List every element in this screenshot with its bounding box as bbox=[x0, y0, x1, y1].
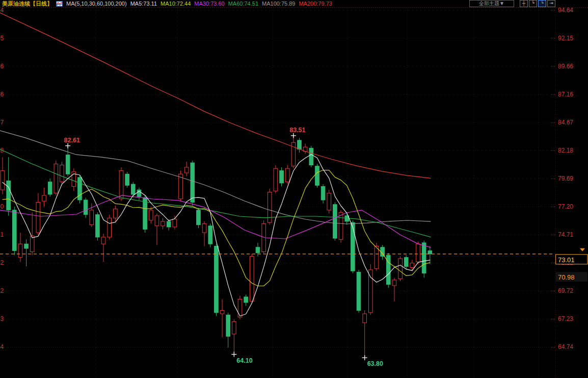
svg-text:82.61: 82.61 bbox=[64, 137, 80, 144]
svg-text:92.15: 92.15 bbox=[558, 35, 573, 42]
svg-text:64.10: 64.10 bbox=[236, 357, 252, 364]
svg-text:0: 0 bbox=[1, 203, 4, 210]
left-scale-icon[interactable]: ┕ bbox=[529, 0, 537, 7]
svg-text:3: 3 bbox=[1, 315, 4, 322]
svg-text:84.67: 84.67 bbox=[558, 119, 573, 126]
right-scale-icon[interactable]: ┕ bbox=[538, 0, 546, 7]
pan-icon[interactable]: ┼ bbox=[520, 0, 528, 7]
svg-text:70.98: 70.98 bbox=[558, 273, 575, 281]
svg-text:94.64: 94.64 bbox=[558, 7, 573, 14]
svg-text:63.80: 63.80 bbox=[367, 360, 383, 367]
chart-header: 美原油连续【日线】 MA(5,10,30,60,100,200) MA5:73.… bbox=[0, 0, 588, 7]
exit-icon[interactable]: ⇥ bbox=[547, 0, 555, 7]
svg-text:69.72: 69.72 bbox=[558, 287, 573, 294]
svg-text:6: 6 bbox=[1, 91, 4, 98]
trading-app-window: 94.64492.15589.66687.16684.67782.18879.6… bbox=[0, 0, 588, 378]
theme-dropdown[interactable]: 全部主题▼ bbox=[469, 0, 514, 7]
svg-text:74.71: 74.71 bbox=[558, 231, 573, 238]
svg-text:82.18: 82.18 bbox=[558, 147, 573, 154]
ma200-value: MA200:79.73 bbox=[299, 0, 332, 7]
ma60-value: MA60:74.51 bbox=[228, 0, 258, 7]
svg-text:7: 7 bbox=[1, 119, 4, 126]
toolbar: ┼ ┕ ┕ ⇥ bbox=[520, 0, 555, 7]
svg-text:4: 4 bbox=[1, 7, 4, 14]
svg-text:6: 6 bbox=[1, 63, 4, 70]
svg-text:79.69: 79.69 bbox=[558, 175, 573, 182]
svg-text:2: 2 bbox=[1, 259, 4, 266]
ma30-value: MA30:73.60 bbox=[194, 0, 224, 7]
svg-text:87.16: 87.16 bbox=[558, 91, 573, 98]
ma-settings-label: MA(5,10,30,60,100,200) bbox=[66, 0, 127, 7]
svg-text:2: 2 bbox=[1, 287, 4, 294]
svg-text:4: 4 bbox=[1, 343, 4, 350]
svg-text:73.01: 73.01 bbox=[558, 256, 575, 264]
svg-text:67.23: 67.23 bbox=[558, 315, 573, 322]
svg-text:89.66: 89.66 bbox=[558, 63, 573, 70]
svg-text:83.51: 83.51 bbox=[289, 127, 305, 134]
candlestick-chart[interactable]: 94.64492.15589.66687.16684.67782.18879.6… bbox=[0, 0, 588, 378]
svg-text:64.74: 64.74 bbox=[558, 343, 573, 350]
svg-text:77.20: 77.20 bbox=[558, 203, 573, 210]
line-chart-icon bbox=[56, 1, 63, 7]
instrument-title: 美原油连续【日线】 bbox=[2, 0, 52, 7]
ma10-value: MA10:72.44 bbox=[161, 0, 191, 7]
svg-text:1: 1 bbox=[1, 231, 4, 238]
ma100-value: MA100:75.89 bbox=[262, 0, 295, 7]
svg-text:5: 5 bbox=[1, 35, 4, 42]
ma5-value: MA5:73.11 bbox=[130, 0, 157, 7]
